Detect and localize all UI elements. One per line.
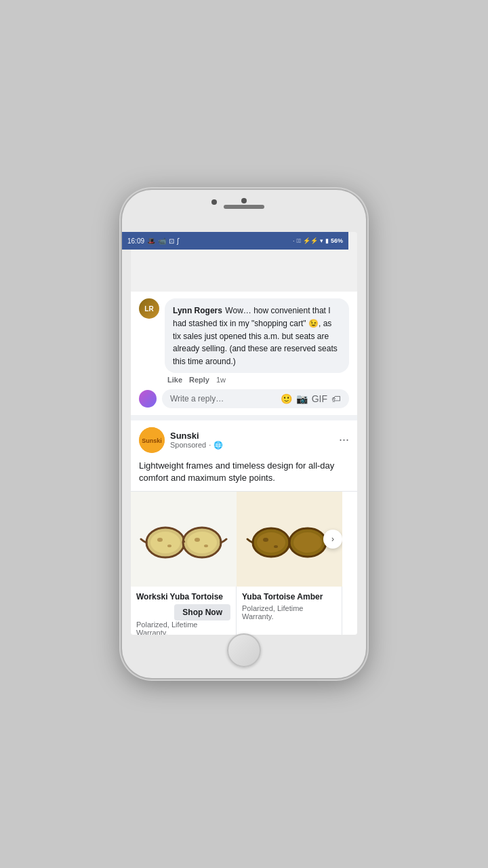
screen-wrapper: LR Lynn Rogers Wow… how convenient that … xyxy=(131,232,357,635)
emoji-icon[interactable]: 🙂 xyxy=(281,393,292,404)
product-card-1: Workski Yuba Tortoise Shop Now Polarized… xyxy=(131,492,237,635)
comment-item: LR Lynn Rogers Wow… how convenient that … xyxy=(139,298,349,384)
product-warranty-1: Polarized, Lifetime Warranty. xyxy=(136,620,230,635)
globe-icon: 🌐 xyxy=(214,441,223,450)
product-name-1: Workski Yuba Tortoise xyxy=(136,592,230,601)
battery-pct: 56% xyxy=(331,237,343,244)
comment-section: LR Lynn Rogers Wow… how convenient that … xyxy=(131,292,357,415)
post-header: Sunski Sunski Sponsored · 🌐 ··· xyxy=(131,420,357,460)
svg-point-9 xyxy=(204,545,208,547)
icon-music: ʃ xyxy=(177,237,179,245)
shop-now-button[interactable]: Shop Now xyxy=(174,604,230,620)
product-name-2: Yuba Tortoise Amber xyxy=(242,592,336,601)
brand-name: Sunski xyxy=(170,431,223,441)
reply-placeholder: Write a reply… xyxy=(170,394,224,403)
icon-square: ⊡ xyxy=(169,237,174,245)
avatar-lynn: LR xyxy=(139,298,159,319)
product-carousel[interactable]: Workski Yuba Tortoise Shop Now Polarized… xyxy=(131,491,357,635)
comment-author: Lynn Rogers xyxy=(173,306,222,315)
camera-icon[interactable]: 📷 xyxy=(296,393,308,404)
more-dots-btn[interactable]: ··· xyxy=(339,433,349,447)
reply-input-row: Write a reply… 🙂 📷 GIF 🏷 xyxy=(139,389,349,408)
product-info-1: Workski Yuba Tortoise Shop Now Polarized… xyxy=(131,587,236,635)
sponsored-label: Sponsored · 🌐 xyxy=(170,441,223,450)
svg-point-11 xyxy=(257,532,285,553)
icon-wifi: ▾ xyxy=(320,237,323,244)
feed-scroll[interactable]: LR Lynn Rogers Wow… how convenient that … xyxy=(131,292,357,635)
comment-bubble: Lynn Rogers Wow… how convenient that I h… xyxy=(165,298,349,373)
svg-point-5 xyxy=(187,532,217,553)
sticker-icon[interactable]: 🏷 xyxy=(331,393,341,404)
reply-input-box[interactable]: Write a reply… 🙂 📷 GIF 🏷 xyxy=(162,389,349,408)
status-left: 16:09 🎩 📹 ⊡ ʃ xyxy=(127,237,179,245)
svg-text:Sunski: Sunski xyxy=(142,437,162,444)
status-time: 16:09 xyxy=(127,237,144,245)
camera-dot xyxy=(241,198,247,203)
gif-icon[interactable]: GIF xyxy=(312,393,327,404)
like-action[interactable]: Like xyxy=(167,376,182,384)
icon-dot: · xyxy=(293,237,295,244)
front-camera xyxy=(211,199,217,205)
home-button[interactable] xyxy=(227,633,261,667)
reply-avatar xyxy=(139,390,157,408)
reply-icons: 🙂 📷 GIF 🏷 xyxy=(281,393,341,404)
reply-action[interactable]: Reply xyxy=(189,376,209,384)
comment-time: 1w xyxy=(216,376,226,384)
sunski-logo: Sunski xyxy=(139,427,165,453)
status-right: · ▷⃝ ⚡⚡ ▾ ▮ 56% xyxy=(293,237,343,244)
icon-battery: ▮ xyxy=(325,237,329,244)
post-text: Lightweight frames and timeless design f… xyxy=(131,460,357,491)
svg-point-3 xyxy=(150,532,180,553)
product-warranty-2: Polarized, Lifetime Warranty. xyxy=(242,604,336,620)
post-header-left: Sunski Sunski Sponsored · 🌐 xyxy=(139,427,223,453)
next-btn[interactable]: › xyxy=(323,530,342,549)
icon-cast: ▷⃝ xyxy=(296,237,301,244)
svg-point-14 xyxy=(263,538,268,542)
status-bar: 16:09 🎩 📹 ⊡ ʃ · ▷⃝ ⚡⚡ ▾ ▮ 56% xyxy=(122,232,348,250)
svg-point-13 xyxy=(293,532,322,553)
svg-point-6 xyxy=(157,538,163,542)
icon-video: 📹 xyxy=(158,237,166,245)
product-card-2: › Yuba Tortoise Amber Polarized, Lifetim… xyxy=(237,492,342,635)
product-info-2: Yuba Tortoise Amber Polarized, Lifetime … xyxy=(237,587,342,626)
product-image-2: › xyxy=(237,492,342,587)
ad-post: Sunski Sunski Sponsored · 🌐 ··· xyxy=(131,420,357,635)
post-meta: Sunski Sponsored · 🌐 xyxy=(170,431,223,450)
svg-point-8 xyxy=(195,538,200,542)
product-image-1 xyxy=(131,492,237,587)
icon-signal: ⚡⚡ xyxy=(303,237,318,244)
icon-hat: 🎩 xyxy=(147,237,155,245)
speaker xyxy=(224,205,264,209)
phone-device: 16:09 🎩 📹 ⊡ ʃ · ▷⃝ ⚡⚡ ▾ ▮ 56% LR Lyn xyxy=(122,190,366,678)
svg-point-7 xyxy=(167,545,171,547)
svg-point-15 xyxy=(274,545,278,548)
comment-actions: Like Reply 1w xyxy=(165,376,349,384)
